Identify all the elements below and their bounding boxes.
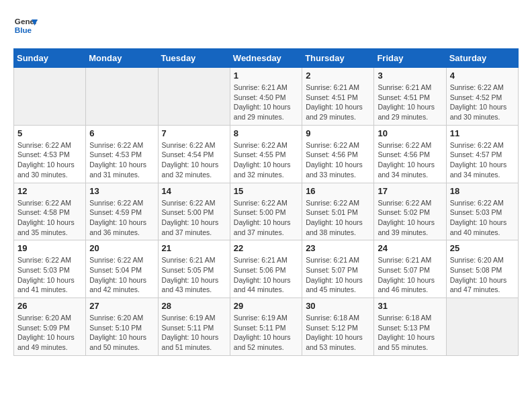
day-number: 1 [234,71,298,81]
day-info: Sunrise: 6:22 AM Sunset: 5:01 PM Dayligh… [306,198,370,238]
day-info: Sunrise: 6:22 AM Sunset: 5:02 PM Dayligh… [378,198,442,238]
day-info: Sunrise: 6:18 AM Sunset: 5:12 PM Dayligh… [306,313,370,353]
day-info: Sunrise: 6:21 AM Sunset: 5:07 PM Dayligh… [378,255,442,295]
day-cell: 27Sunrise: 6:20 AM Sunset: 5:10 PM Dayli… [86,298,158,356]
day-info: Sunrise: 6:22 AM Sunset: 4:55 PM Dayligh… [234,140,298,180]
day-info: Sunrise: 6:18 AM Sunset: 5:13 PM Dayligh… [378,313,442,353]
day-number: 7 [162,128,226,138]
day-cell: 1Sunrise: 6:21 AM Sunset: 4:50 PM Daylig… [230,68,302,126]
day-cell: 6Sunrise: 6:22 AM Sunset: 4:53 PM Daylig… [86,125,158,183]
day-number: 17 [378,186,442,196]
day-header-monday: Monday [86,49,158,68]
day-cell [158,68,230,126]
day-cell: 14Sunrise: 6:22 AM Sunset: 5:00 PM Dayli… [158,183,230,240]
day-info: Sunrise: 6:22 AM Sunset: 5:03 PM Dayligh… [17,255,82,295]
day-cell: 15Sunrise: 6:22 AM Sunset: 5:00 PM Dayli… [230,183,302,240]
day-number: 4 [450,71,515,81]
day-info: Sunrise: 6:21 AM Sunset: 5:06 PM Dayligh… [234,255,298,295]
day-number: 20 [89,243,154,253]
day-info: Sunrise: 6:21 AM Sunset: 4:50 PM Dayligh… [234,83,298,122]
day-info: Sunrise: 6:20 AM Sunset: 5:09 PM Dayligh… [17,313,82,353]
day-info: Sunrise: 6:22 AM Sunset: 4:53 PM Dayligh… [89,140,154,180]
day-number: 3 [378,71,442,81]
day-number: 22 [234,243,298,253]
day-number: 24 [378,243,442,253]
day-cell: 19Sunrise: 6:22 AM Sunset: 5:03 PM Dayli… [14,240,86,298]
day-header-tuesday: Tuesday [158,49,230,68]
day-info: Sunrise: 6:22 AM Sunset: 4:54 PM Dayligh… [162,140,226,180]
day-info: Sunrise: 6:22 AM Sunset: 4:53 PM Dayligh… [17,140,82,180]
day-cell: 9Sunrise: 6:22 AM Sunset: 4:56 PM Daylig… [302,125,374,183]
day-number: 2 [306,71,370,81]
day-cell: 16Sunrise: 6:22 AM Sunset: 5:01 PM Dayli… [302,183,374,240]
day-cell: 17Sunrise: 6:22 AM Sunset: 5:02 PM Dayli… [374,183,446,240]
day-cell: 18Sunrise: 6:22 AM Sunset: 5:03 PM Dayli… [446,183,518,240]
svg-text:Blue: Blue [15,26,32,34]
day-info: Sunrise: 6:22 AM Sunset: 4:57 PM Dayligh… [450,140,515,180]
day-info: Sunrise: 6:21 AM Sunset: 4:51 PM Dayligh… [306,83,370,122]
day-info: Sunrise: 6:22 AM Sunset: 5:00 PM Dayligh… [162,198,226,238]
day-info: Sunrise: 6:22 AM Sunset: 5:03 PM Dayligh… [450,198,515,238]
day-cell: 28Sunrise: 6:19 AM Sunset: 5:11 PM Dayli… [158,298,230,356]
day-cell: 4Sunrise: 6:22 AM Sunset: 4:52 PM Daylig… [446,68,518,126]
day-header-thursday: Thursday [302,49,374,68]
day-info: Sunrise: 6:20 AM Sunset: 5:10 PM Dayligh… [89,313,154,353]
day-cell: 12Sunrise: 6:22 AM Sunset: 4:58 PM Dayli… [14,183,86,240]
logo-icon: General Blue [13,13,38,38]
day-cell [446,298,518,356]
day-number: 15 [234,186,298,196]
day-number: 21 [162,243,226,253]
day-number: 10 [378,128,442,138]
day-cell: 21Sunrise: 6:21 AM Sunset: 5:05 PM Dayli… [158,240,230,298]
day-cell: 3Sunrise: 6:21 AM Sunset: 4:51 PM Daylig… [374,68,446,126]
day-number: 11 [450,128,515,138]
day-cell: 11Sunrise: 6:22 AM Sunset: 4:57 PM Dayli… [446,125,518,183]
day-info: Sunrise: 6:20 AM Sunset: 5:08 PM Dayligh… [450,255,515,295]
calendar-table: SundayMondayTuesdayWednesdayThursdayFrid… [13,48,519,356]
day-number: 31 [378,301,442,311]
day-cell: 30Sunrise: 6:18 AM Sunset: 5:12 PM Dayli… [302,298,374,356]
day-number: 8 [234,128,298,138]
day-header-friday: Friday [374,49,446,68]
day-info: Sunrise: 6:22 AM Sunset: 4:56 PM Dayligh… [378,140,442,180]
day-number: 23 [306,243,370,253]
day-cell: 5Sunrise: 6:22 AM Sunset: 4:53 PM Daylig… [14,125,86,183]
day-number: 27 [89,301,154,311]
day-info: Sunrise: 6:22 AM Sunset: 4:56 PM Dayligh… [306,140,370,180]
day-cell: 23Sunrise: 6:21 AM Sunset: 5:07 PM Dayli… [302,240,374,298]
day-cell: 26Sunrise: 6:20 AM Sunset: 5:09 PM Dayli… [14,298,86,356]
week-row-5: 26Sunrise: 6:20 AM Sunset: 5:09 PM Dayli… [14,298,519,356]
day-cell: 25Sunrise: 6:20 AM Sunset: 5:08 PM Dayli… [446,240,518,298]
day-number: 12 [17,186,82,196]
day-number: 29 [234,301,298,311]
day-header-wednesday: Wednesday [230,49,302,68]
day-info: Sunrise: 6:21 AM Sunset: 5:07 PM Dayligh… [306,255,370,295]
day-cell: 31Sunrise: 6:18 AM Sunset: 5:13 PM Dayli… [374,298,446,356]
logo: General Blue [13,13,38,38]
day-cell: 22Sunrise: 6:21 AM Sunset: 5:06 PM Dayli… [230,240,302,298]
week-row-2: 5Sunrise: 6:22 AM Sunset: 4:53 PM Daylig… [14,125,519,183]
day-header-sunday: Sunday [14,49,86,68]
day-headers-row: SundayMondayTuesdayWednesdayThursdayFrid… [14,49,519,68]
day-info: Sunrise: 6:22 AM Sunset: 4:58 PM Dayligh… [17,198,82,238]
day-info: Sunrise: 6:22 AM Sunset: 4:59 PM Dayligh… [89,198,154,238]
day-number: 9 [306,128,370,138]
day-info: Sunrise: 6:22 AM Sunset: 5:00 PM Dayligh… [234,198,298,238]
day-number: 18 [450,186,515,196]
week-row-3: 12Sunrise: 6:22 AM Sunset: 4:58 PM Dayli… [14,183,519,240]
day-cell: 29Sunrise: 6:19 AM Sunset: 5:11 PM Dayli… [230,298,302,356]
day-info: Sunrise: 6:22 AM Sunset: 5:04 PM Dayligh… [89,255,154,295]
day-info: Sunrise: 6:21 AM Sunset: 4:51 PM Dayligh… [378,83,442,122]
day-header-saturday: Saturday [446,49,518,68]
day-cell: 20Sunrise: 6:22 AM Sunset: 5:04 PM Dayli… [86,240,158,298]
day-number: 14 [162,186,226,196]
day-cell: 2Sunrise: 6:21 AM Sunset: 4:51 PM Daylig… [302,68,374,126]
day-number: 28 [162,301,226,311]
day-number: 13 [89,186,154,196]
day-number: 30 [306,301,370,311]
header: General Blue [13,13,519,38]
calendar-header: SundayMondayTuesdayWednesdayThursdayFrid… [14,49,519,68]
day-info: Sunrise: 6:19 AM Sunset: 5:11 PM Dayligh… [162,313,226,353]
day-cell [14,68,86,126]
week-row-1: 1Sunrise: 6:21 AM Sunset: 4:50 PM Daylig… [14,68,519,126]
